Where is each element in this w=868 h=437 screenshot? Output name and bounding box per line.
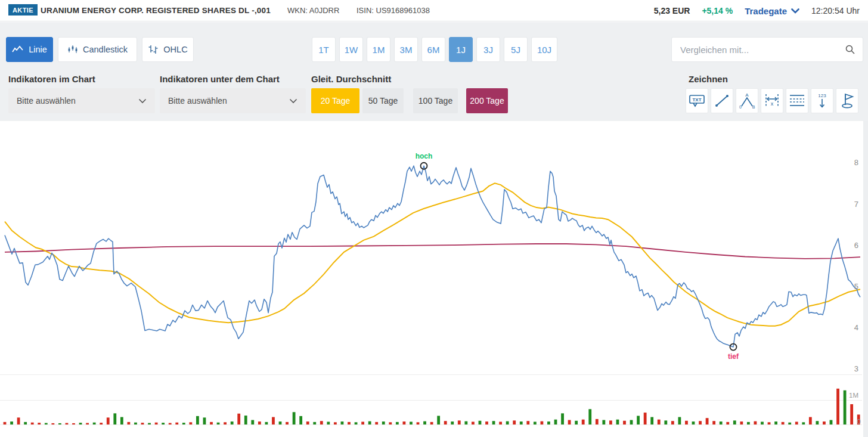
volume-bar bbox=[609, 420, 612, 424]
price-chart[interactable]: 8765431M0hochtief bbox=[0, 0, 868, 437]
volume-bar bbox=[17, 417, 20, 424]
volume-bar bbox=[492, 421, 495, 424]
volume-bar bbox=[155, 423, 158, 424]
volume-bar bbox=[720, 421, 723, 424]
volume-bar bbox=[45, 423, 48, 424]
volume-bar bbox=[602, 420, 605, 424]
volume-bar bbox=[107, 417, 110, 424]
volume-bar bbox=[417, 422, 420, 424]
volume-bar bbox=[774, 421, 777, 424]
volume-bar bbox=[850, 404, 853, 424]
volume-bar bbox=[162, 423, 165, 424]
volume-bar bbox=[623, 421, 626, 424]
volume-bar bbox=[86, 423, 89, 424]
volume-bar bbox=[630, 420, 633, 424]
volume-bar bbox=[541, 421, 544, 424]
volume-bar bbox=[203, 417, 206, 424]
volume-bar bbox=[38, 423, 41, 424]
volume-bar bbox=[279, 421, 282, 424]
volume-bar bbox=[685, 421, 688, 424]
volume-bar bbox=[51, 423, 54, 424]
volume-bar bbox=[809, 417, 812, 424]
volume-bar bbox=[485, 421, 488, 424]
y-axis-label: 4 bbox=[854, 323, 858, 332]
volume-bar bbox=[58, 423, 61, 424]
volume-bar bbox=[141, 423, 144, 424]
volume-bar bbox=[740, 421, 743, 424]
y-axis-label: 8 bbox=[854, 158, 858, 167]
volume-bar bbox=[575, 421, 578, 424]
volume-bar bbox=[24, 422, 27, 424]
volume-bar bbox=[782, 422, 785, 424]
volume-bar bbox=[100, 423, 103, 424]
volume-axis-label: 1M bbox=[849, 392, 858, 399]
ma20-line bbox=[5, 183, 860, 326]
volume-bar bbox=[513, 420, 516, 424]
volume-bar bbox=[561, 413, 564, 424]
volume-bar bbox=[664, 420, 667, 424]
volume-bar bbox=[217, 423, 220, 424]
volume-bar bbox=[526, 421, 529, 424]
volume-bar bbox=[231, 421, 234, 424]
low-label: tief bbox=[728, 352, 739, 361]
volume-bar bbox=[534, 421, 537, 424]
volume-bar bbox=[795, 421, 798, 424]
volume-bar bbox=[479, 421, 482, 424]
volume-axis-label: 0 bbox=[857, 418, 861, 425]
volume-bar bbox=[712, 421, 715, 424]
volume-bar bbox=[396, 422, 399, 424]
volume-bar bbox=[293, 412, 296, 424]
volume-bar bbox=[437, 416, 440, 424]
volume-bar bbox=[761, 421, 764, 424]
volume-bar bbox=[830, 420, 833, 424]
volume-bar bbox=[382, 421, 385, 424]
volume-bar bbox=[733, 420, 736, 424]
ma200-line bbox=[5, 244, 860, 259]
volume-bar bbox=[348, 422, 351, 424]
y-axis-label: 3 bbox=[854, 364, 858, 373]
volume-bar bbox=[499, 421, 502, 424]
volume-bar bbox=[692, 421, 695, 424]
volume-bar bbox=[650, 417, 653, 424]
volume-bar bbox=[458, 420, 461, 424]
volume-bar bbox=[272, 417, 275, 424]
volume-bar bbox=[403, 421, 406, 424]
volume-bar bbox=[568, 420, 571, 424]
volume-bar bbox=[671, 421, 674, 424]
y-axis-label: 7 bbox=[854, 200, 858, 209]
volume-bar bbox=[637, 416, 640, 424]
volume-bar bbox=[644, 413, 647, 424]
volume-bar bbox=[334, 422, 337, 424]
volume-bar bbox=[320, 421, 323, 424]
volume-bar bbox=[699, 421, 702, 424]
volume-bar bbox=[244, 416, 247, 424]
volume-bar bbox=[224, 422, 227, 424]
volume-bar bbox=[31, 423, 34, 424]
volume-bar bbox=[79, 423, 82, 424]
volume-bar bbox=[726, 422, 729, 424]
volume-bar bbox=[520, 421, 523, 424]
volume-bar bbox=[251, 420, 254, 424]
volume-bar bbox=[258, 421, 261, 424]
scrollbar-track[interactable] bbox=[863, 121, 868, 437]
volume-bar bbox=[451, 421, 454, 424]
volume-bar bbox=[341, 421, 344, 424]
volume-bar bbox=[196, 416, 199, 424]
volume-bar bbox=[788, 423, 791, 424]
volume-bar bbox=[430, 422, 433, 424]
volume-bar bbox=[658, 420, 661, 424]
volume-bar bbox=[128, 422, 131, 424]
volume-bar bbox=[327, 421, 330, 424]
volume-bar bbox=[582, 420, 585, 424]
high-label: hoch bbox=[416, 152, 433, 160]
volume-bar bbox=[134, 423, 137, 424]
volume-bar bbox=[678, 417, 681, 424]
volume-bar bbox=[361, 421, 364, 424]
volume-bar bbox=[547, 421, 550, 424]
volume-bar bbox=[836, 389, 839, 424]
volume-bar bbox=[66, 423, 69, 424]
volume-bar bbox=[72, 423, 75, 424]
volume-bar bbox=[844, 390, 847, 424]
volume-bar bbox=[444, 421, 447, 424]
volume-bar bbox=[464, 421, 467, 424]
